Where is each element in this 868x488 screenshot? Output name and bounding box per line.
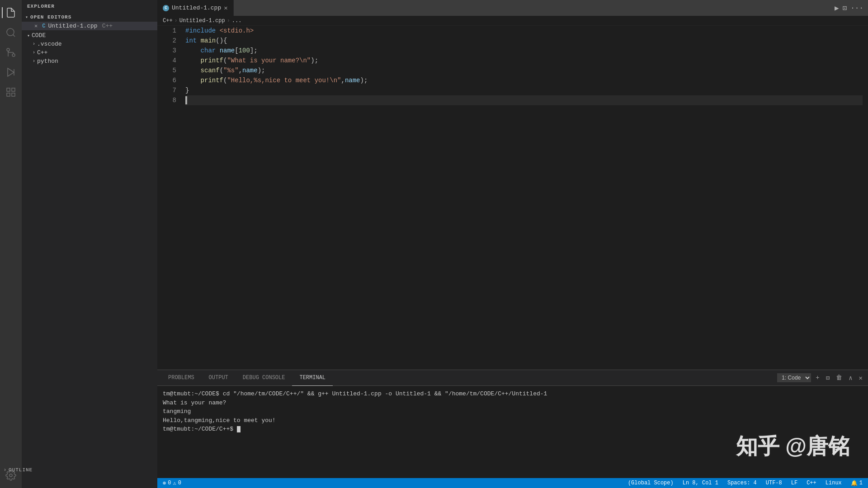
breadcrumb-filename[interactable]: Untitled-1.cpp	[179, 18, 225, 24]
code-line-1: #include <stdio.h>	[185, 26, 863, 36]
python-chevron: ›	[33, 59, 35, 64]
split-terminal-button[interactable]: ⊟	[824, 373, 831, 383]
terminal-line-1: tm@tmubt:~/CODE$ cd "/home/tm/CODE/C++/"…	[163, 389, 863, 399]
debug-console-tab[interactable]: DEBUG CONSOLE	[236, 370, 292, 386]
terminal-panel: PROBLEMS OUTPUT DEBUG CONSOLE TERMINAL 1…	[157, 370, 868, 478]
vscode-folder-label: .vscode	[37, 41, 62, 47]
svg-rect-10	[7, 93, 10, 96]
cpp-file-icon: C	[42, 23, 45, 29]
python-folder-label: python	[37, 58, 58, 65]
status-right: (Global Scope) Ln 8, Col 1 Spaces: 4 UTF…	[626, 480, 864, 487]
cpp-folder[interactable]: › C++	[22, 48, 157, 57]
tab-bar: C Untitled-1.cpp ✕ ▶ ⊡ ···	[157, 0, 868, 16]
status-spaces[interactable]: Spaces: 4	[726, 480, 759, 486]
terminal-line-4: Hello,tangming,nice to meet you!	[163, 416, 863, 425]
add-terminal-button[interactable]: +	[814, 373, 821, 382]
activity-source-control[interactable]	[2, 43, 20, 61]
status-errors[interactable]: ⊗ 0 ⚠ 0	[161, 480, 183, 487]
title-bar-actions: ▶ ⊡ ···	[830, 4, 868, 13]
activity-explorer[interactable]	[2, 4, 20, 22]
spaces-label: Spaces: 4	[727, 480, 757, 486]
svg-rect-7	[7, 88, 10, 91]
code-line-8	[185, 95, 863, 105]
code-folder-chevron: ▾	[27, 33, 30, 38]
activity-bar	[0, 0, 22, 488]
svg-point-3	[7, 48, 9, 51]
terminal-content[interactable]: tm@tmubt:~/CODE$ cd "/home/tm/CODE/C++/"…	[157, 386, 868, 478]
terminal-selector[interactable]: 1: Code	[777, 373, 811, 382]
vscode-folder[interactable]: › .vscode	[22, 40, 157, 48]
status-encoding[interactable]: UTF-8	[764, 480, 784, 486]
editor-area: C Untitled-1.cpp ✕ ▶ ⊡ ··· C++ › Untitle…	[157, 0, 868, 488]
activity-run[interactable]	[2, 63, 20, 81]
svg-point-2	[12, 54, 15, 56]
tab-close-icon[interactable]: ✕	[224, 4, 227, 12]
cpp-chevron: ›	[33, 50, 35, 55]
activity-extensions[interactable]	[2, 83, 20, 101]
terminal-line-2: What is your name?	[163, 399, 863, 408]
breadcrumb-cpp[interactable]: C++	[163, 18, 173, 24]
python-folder[interactable]: › python	[22, 57, 157, 66]
open-editor-untitled[interactable]: ✕ C Untitled-1.cpp C++	[22, 22, 157, 30]
open-editors-section[interactable]: ▾ OPEN EDITORS	[22, 13, 157, 22]
svg-rect-8	[12, 88, 15, 91]
line-ending-label: LF	[791, 480, 797, 486]
outline-section[interactable]: › OUTLINE	[22, 465, 157, 474]
editor-tab-untitled[interactable]: C Untitled-1.cpp ✕	[157, 0, 234, 16]
scope-label: (Global Scope)	[628, 480, 674, 486]
warning-icon: ⚠	[173, 480, 176, 487]
svg-line-1	[13, 35, 15, 37]
delete-terminal-button[interactable]: 🗑	[834, 373, 844, 382]
panel-actions: 1: Code + ⊟ 🗑 ∧ ✕	[777, 373, 864, 383]
code-folder-section: ▾ CODE › .vscode › C++ › python	[22, 30, 157, 66]
code-folder[interactable]: ▾ CODE	[22, 31, 157, 40]
vscode-chevron: ›	[33, 42, 35, 47]
tab-cpp-icon: C	[163, 5, 169, 11]
status-language[interactable]: C++	[805, 480, 818, 486]
code-lines[interactable]: #include <stdio.h> int main(){ char name…	[180, 26, 868, 370]
position-label: Ln 8, Col 1	[683, 480, 718, 486]
line-numbers: 1 2 3 4 5 6 7 8	[157, 26, 180, 370]
terminal-cursor	[237, 426, 241, 432]
status-bar: ⊗ 0 ⚠ 0 (Global Scope) Ln 8, Col 1 Space…	[157, 478, 868, 488]
open-editor-lang: C++	[102, 23, 113, 29]
activity-search[interactable]	[2, 23, 20, 42]
cpp-folder-label: C++	[37, 49, 47, 56]
split-editor-button[interactable]: ⊡	[843, 4, 847, 13]
terminal-line-5: tm@tmubt:~/CODE/C++$	[163, 425, 863, 434]
code-editor[interactable]: 1 2 3 4 5 6 7 8 #include <stdio.h> int m…	[157, 26, 868, 370]
svg-point-0	[7, 28, 14, 36]
panel-tabs: PROBLEMS OUTPUT DEBUG CONSOLE TERMINAL 1…	[157, 370, 868, 386]
output-tab[interactable]: OUTPUT	[202, 370, 236, 386]
svg-rect-9	[12, 93, 15, 96]
sidebar: EXPLORER ▾ OPEN EDITORS ✕ C Untitled-1.c…	[22, 0, 157, 488]
status-left: ⊗ 0 ⚠ 0	[161, 480, 183, 487]
warning-count: 0	[178, 480, 181, 486]
open-editors-chevron: ▾	[25, 14, 28, 20]
status-position[interactable]: Ln 8, Col 1	[681, 480, 720, 486]
code-line-3: char name[100];	[185, 46, 863, 56]
terminal-tab[interactable]: TERMINAL	[292, 370, 333, 386]
status-line-ending[interactable]: LF	[789, 480, 799, 486]
open-editors-label: OPEN EDITORS	[30, 14, 71, 20]
error-icon: ⊗	[163, 480, 166, 487]
sidebar-title: EXPLORER	[22, 0, 157, 13]
status-bell[interactable]: 🔔 1	[849, 480, 864, 487]
maximize-panel-button[interactable]: ∧	[847, 373, 854, 383]
close-panel-button[interactable]: ✕	[857, 373, 864, 383]
close-file-icon[interactable]: ✕	[34, 23, 38, 29]
code-line-4: printf("What is your name?\n");	[185, 56, 863, 66]
open-editor-filename: Untitled-1.cpp	[48, 23, 97, 29]
code-line-2: int main(){	[185, 36, 863, 46]
status-scope[interactable]: (Global Scope)	[626, 480, 675, 486]
os-label: Linux	[826, 480, 842, 486]
svg-marker-5	[8, 68, 14, 76]
code-line-5: scanf("%s",name);	[185, 66, 863, 75]
breadcrumb-symbol[interactable]: ...	[232, 18, 242, 24]
more-actions-button[interactable]: ···	[850, 4, 863, 12]
run-button[interactable]: ▶	[835, 4, 839, 13]
status-os[interactable]: Linux	[824, 480, 844, 486]
problems-tab[interactable]: PROBLEMS	[161, 370, 202, 386]
outline-label: OUTLINE	[22, 467, 33, 473]
code-line-6: printf("Hello,%s,nice to meet you!\n",na…	[185, 75, 863, 85]
